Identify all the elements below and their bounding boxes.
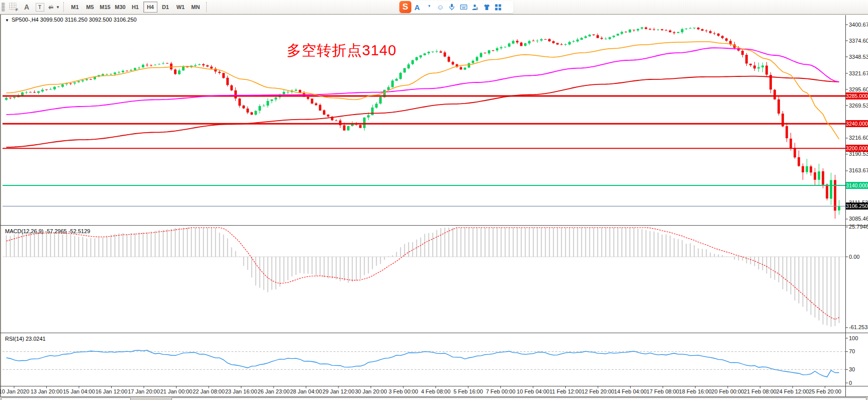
chart-title-text: SP500-,H4 3099.500 3116.250 3092.500 310… — [12, 17, 137, 23]
chart-annotation-text: 多空转折点3140 — [287, 42, 397, 58]
timeframe-m1[interactable]: M1 — [68, 2, 82, 13]
docked-panel-top — [171, 397, 866, 400]
chart-canvas[interactable] — [0, 0, 868, 400]
candlesticks — [5, 27, 840, 219]
timeframe-d1[interactable]: D1 — [158, 2, 172, 13]
letter-a-icon: A — [24, 3, 29, 11]
text-object-button[interactable]: T — [34, 2, 46, 13]
ime-toolbar: S A’’☺ — [399, 1, 513, 13]
rsi-label: RSI(14) 23.0241 — [5, 336, 46, 342]
timeframe-m15[interactable]: M15 — [98, 2, 112, 13]
toolbar-separator — [206, 2, 207, 12]
svg-text:F: F — [16, 8, 18, 12]
dropdown-caret-icon: ▼ — [56, 5, 60, 10]
docked-panel-top — [1, 397, 131, 400]
timeframe-mn[interactable]: MN — [189, 2, 203, 13]
keyboard-icon[interactable] — [458, 2, 469, 13]
grid-f-icon: F — [9, 3, 19, 12]
microphone-icon[interactable] — [446, 2, 458, 13]
macd-label: MACD(12,26,9) -57.2965 -52.5129 — [5, 228, 90, 234]
toolbar-separator — [63, 2, 64, 12]
smiley-icon[interactable]: ☺ — [435, 2, 446, 13]
letter-a-icon[interactable]: A — [411, 2, 423, 13]
quote-icon[interactable]: ’’ — [423, 2, 435, 13]
user-privacy-icon[interactable] — [469, 2, 481, 13]
grid-f-button[interactable]: F — [8, 2, 20, 13]
top-toolbar: F A T ▼ M1M5M15M30H1H4D1W1MN S A’’☺ — [0, 0, 868, 15]
text-t-icon: T — [36, 3, 44, 12]
sogou-logo-icon[interactable]: S — [399, 1, 411, 13]
timeframe-m30[interactable]: M30 — [113, 2, 127, 13]
toolbar-grip[interactable] — [2, 3, 5, 12]
timeframe-h4[interactable]: H4 — [143, 2, 157, 13]
font-a-button[interactable]: A — [21, 2, 33, 13]
layout-grid-icon[interactable] — [492, 2, 504, 13]
chart-title: ▼SP500-,H4 3099.500 3116.250 3092.500 31… — [5, 17, 137, 23]
docked-panels-edge — [0, 396, 868, 400]
timeframe-m5[interactable]: M5 — [83, 2, 97, 13]
ime-icons: A’’☺ — [411, 2, 504, 13]
cursor-tool-button[interactable]: ▼ — [47, 2, 60, 13]
cursor-arrows-icon — [47, 3, 55, 11]
timeframe-buttons: M1M5M15M30H1H4D1W1MN — [67, 2, 203, 13]
timeframe-w1[interactable]: W1 — [173, 2, 188, 13]
skin-shirt-icon[interactable] — [481, 2, 492, 13]
symbol-collapse-icon[interactable]: ▼ — [5, 18, 9, 23]
timeframe-h1[interactable]: H1 — [128, 2, 142, 13]
